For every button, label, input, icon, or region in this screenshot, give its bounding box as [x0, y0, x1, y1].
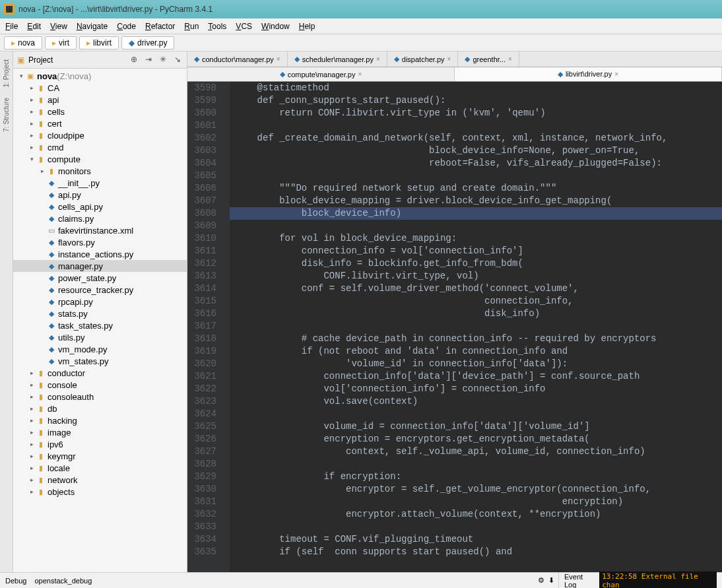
- editor-tab[interactable]: ◆compute\manager.py×: [187, 67, 455, 81]
- menu-window[interactable]: Window: [261, 22, 290, 31]
- tree-folder[interactable]: ▸▮CA: [13, 82, 187, 94]
- hide-panel-icon[interactable]: ↘: [172, 55, 183, 65]
- python-file-icon: ◆: [558, 70, 563, 79]
- title-bar: nova - [Z:\nova] - ...\virt\libvirt\driv…: [0, 0, 722, 18]
- tree-file[interactable]: ◆claims.py: [13, 212, 187, 224]
- tree-folder[interactable]: ▸▮ipv6: [13, 438, 187, 450]
- editor-tab[interactable]: ◆conductor\manager.py×: [187, 51, 288, 67]
- editor-tab[interactable]: ◆greenthr...×: [458, 51, 519, 67]
- tree-folder[interactable]: ▸▮locale: [13, 462, 187, 474]
- close-icon[interactable]: ×: [277, 55, 280, 63]
- tree-file[interactable]: ◆task_states.py: [13, 319, 187, 331]
- python-file-icon: ◆: [280, 70, 285, 79]
- editor-tab-bar-top: ◆conductor\manager.py×◆scheduler\manager…: [187, 51, 722, 67]
- app-icon: [4, 4, 15, 15]
- project-panel-title: Project: [28, 55, 125, 65]
- left-tool-strip: 1: Project 7: Structure: [0, 51, 13, 572]
- breadcrumb-part[interactable]: ▸virt: [45, 36, 77, 49]
- tool-structure[interactable]: 7: Structure: [3, 98, 10, 132]
- project-folder-icon: ▣: [17, 55, 24, 65]
- menu-vcs[interactable]: VCS: [236, 22, 252, 31]
- gear-icon[interactable]: ✳: [158, 55, 168, 65]
- close-icon[interactable]: ×: [447, 55, 451, 63]
- tree-file[interactable]: ◆__init__.py: [13, 177, 187, 189]
- openstack-debug-tab[interactable]: openstack_debug: [34, 577, 92, 585]
- fold-gutter[interactable]: [222, 82, 230, 572]
- code-editor[interactable]: 3598359936003601360236033604360536063607…: [187, 82, 722, 572]
- breadcrumb-part[interactable]: ▸nova: [4, 36, 42, 49]
- tree-file[interactable]: ◆power_state.py: [13, 272, 187, 284]
- project-panel-header: ▣ Project ⊕ ⇥ ✳ ↘: [13, 51, 187, 69]
- status-bar: Debug openstack_debug ⚙ ⬇ Event Log 13:2…: [0, 572, 722, 588]
- tree-file[interactable]: ◆utils.py: [13, 331, 187, 343]
- tree-file[interactable]: ◆stats.py: [13, 308, 187, 319]
- tree-file[interactable]: ◆vm_mode.py: [13, 343, 187, 355]
- tree-file[interactable]: ◆cells_api.py: [13, 201, 187, 212]
- breadcrumb-part[interactable]: ▸libvirt: [79, 36, 119, 49]
- tree-folder[interactable]: ▸▮db: [13, 403, 187, 414]
- debug-tab[interactable]: Debug: [5, 577, 26, 585]
- download-icon[interactable]: ⬇: [548, 576, 554, 585]
- python-file-icon: ◆: [394, 55, 399, 63]
- breadcrumb-bar: ▸nova▸virt▸libvirt◆driver.py: [0, 34, 722, 51]
- tree-file[interactable]: ◆instance_actions.py: [13, 248, 187, 260]
- close-icon[interactable]: ×: [376, 55, 380, 63]
- python-file-icon: ◆: [294, 55, 300, 63]
- menu-view[interactable]: View: [50, 22, 67, 31]
- tree-folder[interactable]: ▸▮objects: [13, 486, 187, 498]
- tree-file[interactable]: ◆flavors.py: [13, 236, 187, 248]
- editor-tab[interactable]: ◆libvirt\driver.py×: [455, 67, 722, 81]
- project-tree[interactable]: ▾▣nova (Z:\nova)▸▮CA▸▮api▸▮cells▸▮cert▸▮…: [13, 69, 187, 572]
- collapse-all-icon[interactable]: ⇥: [143, 55, 154, 65]
- tool-project[interactable]: 1: Project: [3, 59, 10, 87]
- tree-folder[interactable]: ▸▮cmd: [13, 141, 187, 153]
- python-file-icon: ◆: [465, 55, 470, 63]
- tree-folder[interactable]: ▸▮image: [13, 426, 187, 438]
- menu-code[interactable]: Code: [117, 22, 136, 31]
- tree-folder[interactable]: ▾▮compute: [13, 153, 187, 165]
- tree-file[interactable]: ◆manager.py: [13, 260, 187, 272]
- tree-folder[interactable]: ▸▮consoleauth: [13, 391, 187, 403]
- scroll-from-source-icon[interactable]: ⊕: [129, 55, 139, 65]
- menu-edit[interactable]: Edit: [27, 22, 41, 31]
- tree-folder[interactable]: ▸▮network: [13, 474, 187, 486]
- tree-folder[interactable]: ▸▮hacking: [13, 414, 187, 426]
- tree-file[interactable]: ◆resource_tracker.py: [13, 284, 187, 296]
- tree-folder[interactable]: ▸▮cert: [13, 117, 187, 129]
- close-icon[interactable]: ×: [508, 55, 512, 63]
- tree-file[interactable]: ◆rpcapi.py: [13, 296, 187, 308]
- window-title: nova - [Z:\nova] - ...\virt\libvirt\driv…: [18, 5, 213, 14]
- menu-bar: FileEditViewNavigateCodeRefactorRunTools…: [0, 18, 722, 34]
- tree-folder[interactable]: ▸▮cells: [13, 106, 187, 117]
- editor-tab-bar-sub: ◆compute\manager.py×◆libvirt\driver.py×: [187, 67, 722, 82]
- menu-tools[interactable]: Tools: [208, 22, 226, 31]
- editor-tab[interactable]: ◆dispatcher.py×: [387, 51, 459, 67]
- line-number-gutter: 3598359936003601360236033604360536063607…: [187, 82, 222, 572]
- editor-area: ◆conductor\manager.py×◆scheduler\manager…: [187, 51, 722, 572]
- close-icon[interactable]: ×: [358, 71, 362, 78]
- tree-folder[interactable]: ▸▮api: [13, 94, 187, 106]
- tree-folder[interactable]: ▸▮console: [13, 379, 187, 391]
- menu-navigate[interactable]: Navigate: [77, 22, 108, 31]
- menu-refactor[interactable]: Refactor: [145, 22, 175, 31]
- python-file-icon: ◆: [194, 55, 199, 63]
- menu-file[interactable]: File: [5, 22, 18, 31]
- menu-help[interactable]: Help: [299, 22, 315, 31]
- tree-root[interactable]: ▾▣nova (Z:\nova): [13, 70, 187, 82]
- menu-run[interactable]: Run: [184, 22, 199, 31]
- project-panel: ▣ Project ⊕ ⇥ ✳ ↘ ▾▣nova (Z:\nova)▸▮CA▸▮…: [13, 51, 187, 572]
- tree-folder[interactable]: ▸▮conductor: [13, 367, 187, 379]
- editor-tab[interactable]: ◆scheduler\manager.py×: [288, 51, 387, 67]
- tree-folder[interactable]: ▸▮keymgr: [13, 450, 187, 462]
- event-log[interactable]: Event Log 13:22:58 External file chan: [558, 573, 717, 588]
- tree-folder[interactable]: ▸▮monitors: [13, 165, 187, 177]
- run-config-icon[interactable]: ⚙: [538, 576, 544, 585]
- breadcrumb-part[interactable]: ◆driver.py: [121, 36, 174, 49]
- tree-folder[interactable]: ▸▮cloudpipe: [13, 129, 187, 141]
- tree-file[interactable]: ▭fakevirtinstance.xml: [13, 224, 187, 236]
- tree-file[interactable]: ◆vm_states.py: [13, 355, 187, 367]
- code-content[interactable]: @staticmethod def _conn_supports_start_p…: [230, 82, 722, 572]
- tree-file[interactable]: ◆api.py: [13, 189, 187, 201]
- close-icon[interactable]: ×: [614, 71, 618, 78]
